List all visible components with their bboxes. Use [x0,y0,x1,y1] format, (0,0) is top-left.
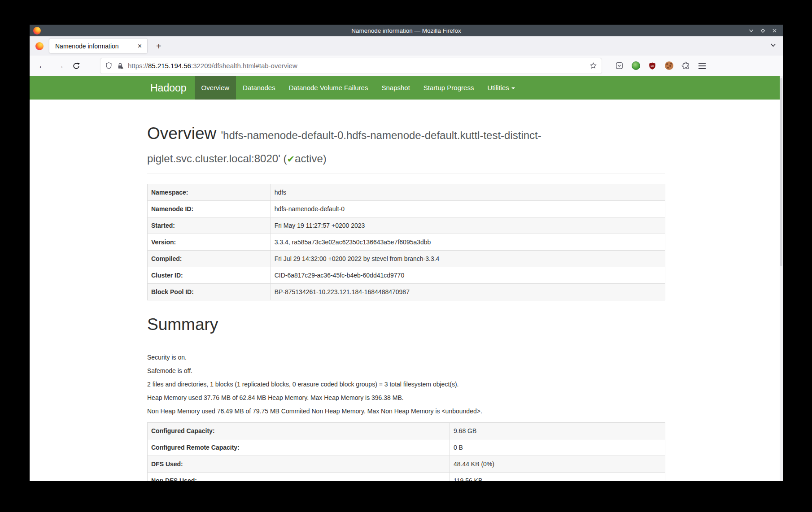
table-row: Block Pool ID:BP-875134261-10.223.121.18… [148,284,665,300]
window-controls [747,25,778,36]
table-row: Version:3.3.4, ra585a73c3e02ac62350c1366… [148,234,665,251]
lock-icon[interactable] [117,62,124,69]
page-viewport: Hadoop Overview Datanodes Datanode Volum… [30,76,783,481]
browser-toolbar: ← → https://85.21 [30,56,783,76]
url-bar[interactable]: https://85.215.194.56:32209/dfshealth.ht… [100,58,602,74]
namenode-info-table: Namespace:hdfs Namenode ID:hdfs-namenode… [147,184,665,300]
nav-item-utilities[interactable]: Utilities [480,76,521,100]
tab-strip: Namenode information × + [30,36,783,56]
close-button[interactable] [771,27,778,35]
nav-item-datanodes[interactable]: Datanodes [236,76,282,100]
menu-hamburger-icon[interactable] [697,61,707,71]
tracking-shield-icon[interactable] [105,62,113,69]
summary-line: 2 files and directories, 1 blocks (1 rep… [147,381,665,388]
privacy-extension-icon[interactable] [631,61,641,71]
nav-item-snapshot[interactable]: Snapshot [375,76,416,100]
svg-text:uO: uO [650,64,654,67]
url-scheme: https:// [128,62,148,69]
maximize-button[interactable] [759,27,767,35]
url-path: :32209/dfshealth.html#tab-overview [191,62,297,69]
table-row: Started:Fri May 19 11:27:57 +0200 2023 [148,217,665,234]
chevron-down-icon [748,28,754,34]
page-scrollbar[interactable] [780,76,783,481]
ublock-shield-icon[interactable]: uO [647,61,657,71]
table-row: Namespace:hdfs [148,184,665,201]
summary-line: Heap Memory used 37.76 MB of 62.84 MB He… [147,394,665,402]
list-all-tabs-button[interactable] [770,42,777,50]
table-row: Cluster ID:CID-6a817c29-ac36-45fc-b4eb-6… [148,267,665,284]
firefox-window: Namenode information — Mozilla Firefox N… [30,25,783,481]
forward-button: → [55,61,65,71]
pocket-save-icon[interactable] [614,61,624,71]
table-row: DFS Used:48.44 KB (0%) [148,456,665,473]
window-title: Namenode information — Mozilla Firefox [30,27,783,34]
summary-line: Safemode is off. [147,367,665,375]
hadoop-navbar: Hadoop Overview Datanodes Datanode Volum… [30,76,783,100]
cookie-extension-icon[interactable] [664,61,674,71]
new-tab-button[interactable]: + [153,42,164,51]
maximize-diamond-icon [760,28,766,34]
reload-icon [72,62,80,70]
close-icon [772,28,777,34]
firefox-view-icon[interactable] [35,42,44,50]
divider [147,174,665,174]
summary-line: Security is on. [147,354,665,361]
bookmark-star-icon[interactable] [589,62,597,69]
divider [147,341,665,341]
table-row: Namenode ID:hdfs-namenode-default-0 [148,201,665,217]
reload-button[interactable] [71,62,82,70]
window-titlebar[interactable]: Namenode information — Mozilla Firefox [30,25,783,36]
table-row: Configured Capacity:9.68 GB [148,423,665,439]
tab-namenode-information[interactable]: Namenode information × [49,39,147,53]
minimize-button[interactable] [747,27,755,35]
scrollbar-thumb[interactable] [780,78,782,266]
summary-line: Non Heap Memory used 76.49 MB of 79.75 M… [147,408,665,415]
page-content: Overview 'hdfs-namenode-default-0.hdfs-n… [147,123,665,481]
caret-down-icon [511,87,515,89]
table-row: Compiled:Fri Jul 29 14:32:00 +0200 2022 … [148,251,665,267]
tab-title: Namenode information [55,43,136,50]
check-icon: ✔ [287,154,295,164]
toolbar-extension-area: uO [614,61,707,71]
nav-item-overview[interactable]: Overview [195,76,236,100]
chevron-down-icon [770,42,777,48]
summary-heading: Summary [147,314,665,335]
desktop-background: Namenode information — Mozilla Firefox N… [0,0,812,512]
back-button[interactable]: ← [37,61,48,71]
url-text[interactable]: https://85.215.194.56:32209/dfshealth.ht… [128,62,586,69]
extensions-puzzle-icon[interactable] [681,61,690,71]
capacity-table: Configured Capacity:9.68 GB Configured R… [147,422,665,481]
table-row: Non DFS Used:119.56 KB [148,473,665,482]
nav-item-startup-progress[interactable]: Startup Progress [417,76,481,100]
url-host: 85.215.194.56 [148,62,191,69]
overview-heading: Overview 'hdfs-namenode-default-0.hdfs-n… [147,123,665,170]
table-row: Configured Remote Capacity:0 B [148,439,665,456]
status-active: active [295,152,323,165]
navbar-brand-hadoop[interactable]: Hadoop [150,76,187,100]
tab-close-icon[interactable]: × [136,43,144,50]
nav-item-datanode-volume-failures[interactable]: Datanode Volume Failures [282,76,375,100]
